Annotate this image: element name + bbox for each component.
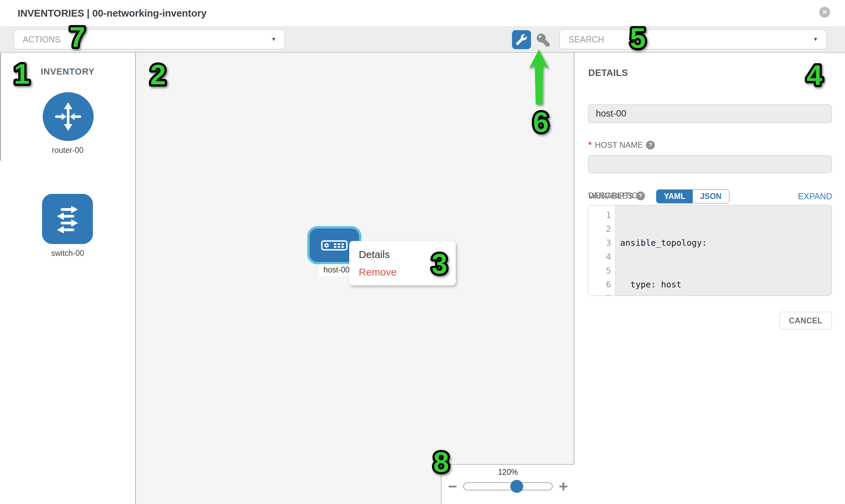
expand-link[interactable]: EXPAND xyxy=(798,192,832,201)
help-icon[interactable]: ? xyxy=(636,192,645,200)
line-number: 3 xyxy=(588,236,611,250)
code-line: ansible_topology: xyxy=(620,236,831,250)
yaml-toggle-button[interactable]: YAML xyxy=(656,190,693,203)
toolbar: ACTIONS ▼ SEARCH ▼ xyxy=(0,26,845,53)
help-icon[interactable]: ? xyxy=(646,141,655,149)
details-panel: DETAILS * HOST NAME ? DESCRIPTION VARIAB… xyxy=(575,53,845,504)
code-line: type: host xyxy=(620,277,831,291)
chevron-down-icon: ▼ xyxy=(813,30,818,49)
tools-button[interactable] xyxy=(512,30,531,49)
chevron-down-icon: ▼ xyxy=(271,30,276,49)
details-panel-title: DETAILS xyxy=(588,68,628,78)
node-context-menu: Details Remove xyxy=(349,241,456,285)
zoom-out-button[interactable]: − xyxy=(448,480,457,493)
line-number: 4 xyxy=(588,250,611,264)
editor-code-area[interactable]: ansible_topology: type: host name: host-… xyxy=(615,205,831,295)
host-name-label-row: * HOST NAME ? xyxy=(588,140,655,150)
zoom-slider-thumb[interactable] xyxy=(510,480,523,493)
line-number: 1 xyxy=(588,208,611,222)
inventory-topology-app: INVENTORIES | 00-networking-inventory ✕ … xyxy=(0,0,845,504)
sidebar-title: INVENTORY xyxy=(0,67,135,77)
line-number: 5 xyxy=(588,264,611,277)
sidebar-item-router[interactable] xyxy=(43,92,93,141)
editor-line-numbers: 1 2 3 4 5 6 7 xyxy=(588,205,615,295)
required-asterisk: * xyxy=(588,140,592,150)
menu-item-details[interactable]: Details xyxy=(359,246,456,263)
line-number: 7 xyxy=(588,291,611,296)
json-toggle-button[interactable]: JSON xyxy=(693,190,729,203)
line-number: 6 xyxy=(588,277,611,291)
zoom-percent: 120% xyxy=(498,468,518,477)
description-input[interactable] xyxy=(588,155,832,173)
page-title: INVENTORIES | 00-networking-inventory xyxy=(18,0,207,26)
key-icon xyxy=(537,34,550,47)
topology-canvas[interactable]: host-00 Details Remove 120% − + xyxy=(137,53,575,504)
search-dropdown-label: SEARCH xyxy=(569,30,604,49)
format-toggle: YAML JSON xyxy=(656,190,729,203)
switch-label: switch-00 xyxy=(0,249,135,258)
host-icon xyxy=(321,240,348,251)
inventory-sidebar: INVENTORY router-00 xyxy=(0,53,136,504)
switch-icon xyxy=(51,202,85,236)
close-icon[interactable]: ✕ xyxy=(819,7,830,18)
zoom-in-button[interactable]: + xyxy=(559,480,568,493)
menu-item-remove[interactable]: Remove xyxy=(359,263,456,281)
page-header: INVENTORIES | 00-networking-inventory ✕ xyxy=(0,0,845,26)
actions-dropdown[interactable]: ACTIONS ▼ xyxy=(14,30,285,49)
cancel-button[interactable]: CANCEL xyxy=(779,312,832,329)
variables-code-editor[interactable]: 1 2 3 4 5 6 7 ansible_topology: type: ho… xyxy=(588,205,832,296)
actions-dropdown-label: ACTIONS xyxy=(23,30,60,49)
router-label: router-00 xyxy=(0,146,135,155)
credentials-button[interactable] xyxy=(535,32,551,48)
variables-label: VARIABLES xyxy=(588,191,633,201)
sidebar-item-switch[interactable] xyxy=(42,194,93,244)
zoom-control-panel: 120% − + xyxy=(441,464,575,504)
wrench-icon xyxy=(516,34,527,45)
line-number: 2 xyxy=(588,222,611,236)
search-dropdown[interactable]: SEARCH ▼ xyxy=(560,30,827,49)
zoom-slider[interactable] xyxy=(463,482,553,490)
router-icon xyxy=(52,100,85,133)
host-name-input[interactable] xyxy=(588,104,832,123)
host-node-label: host-00 xyxy=(319,264,354,276)
variables-row: VARIABLES ? YAML JSON EXPAND xyxy=(588,190,832,204)
host-name-label: HOST NAME xyxy=(595,140,643,150)
